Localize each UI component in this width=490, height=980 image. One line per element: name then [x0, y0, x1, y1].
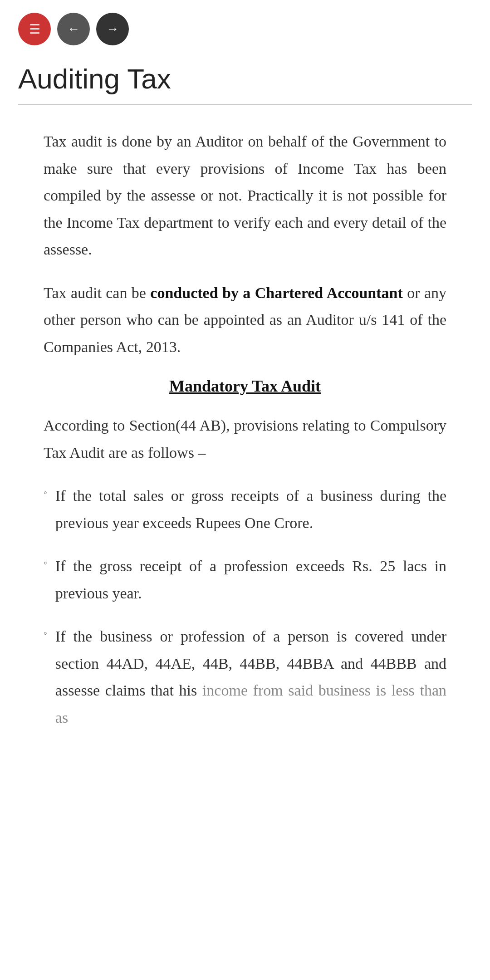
- bullet-dot-1: ◦: [44, 484, 47, 502]
- bullet-text-2: If the gross receipt of a profession exc…: [55, 553, 446, 607]
- intro-paragraph-1: Tax audit is done by an Auditor on behal…: [44, 128, 446, 263]
- header-divider: [18, 104, 472, 105]
- intro-paragraph-2: Tax audit can be conducted by a Chartere…: [44, 279, 446, 361]
- mandatory-heading: Mandatory Tax Audit: [44, 377, 446, 396]
- menu-icon: ☰: [29, 22, 40, 37]
- page-header: Auditing Tax: [0, 58, 490, 95]
- bullet-item-3: ◦ If the business or profession of a per…: [44, 623, 446, 731]
- page-title: Auditing Tax: [18, 63, 472, 95]
- back-button[interactable]: ←: [57, 13, 90, 45]
- bullet-dot-2: ◦: [44, 554, 47, 572]
- bullet-text-1: If the total sales or gross receipts of …: [55, 482, 446, 536]
- bullet-item-1: ◦ If the total sales or gross receipts o…: [44, 482, 446, 536]
- back-arrow-icon: ←: [67, 22, 80, 36]
- forward-button[interactable]: →: [96, 13, 129, 45]
- intro-p2-start: Tax audit can be: [44, 284, 150, 301]
- forward-arrow-icon: →: [106, 22, 119, 36]
- menu-button[interactable]: ☰: [18, 13, 51, 45]
- bullet-dot-3: ◦: [44, 625, 47, 642]
- intro-p2-bold: conducted by a Chartered Accountant: [150, 284, 402, 301]
- main-content: Tax audit is done by an Auditor on behal…: [0, 123, 490, 774]
- bullet-text-3: If the business or profession of a perso…: [55, 623, 446, 731]
- mandatory-intro: According to Section(44 AB), provisions …: [44, 412, 446, 466]
- top-navigation: ☰ ← →: [0, 0, 490, 58]
- bullet-item-2: ◦ If the gross receipt of a profession e…: [44, 553, 446, 607]
